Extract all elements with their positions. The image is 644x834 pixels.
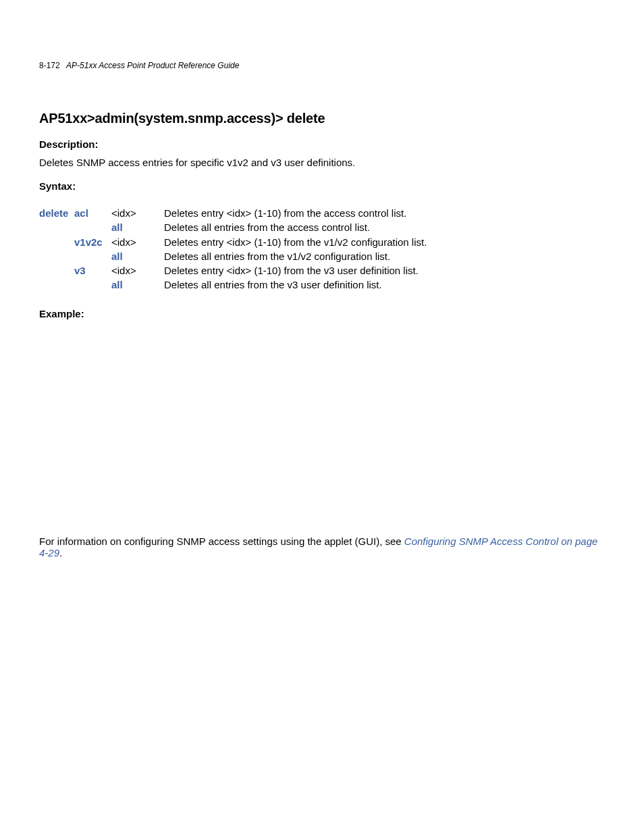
description-label: Description: (39, 138, 605, 150)
syntax-command: delete (39, 207, 68, 219)
syntax-label: Syntax: (39, 180, 605, 192)
crossref-prefix: For information on configuring SNMP acce… (39, 536, 404, 547)
cross-reference: For information on configuring SNMP acce… (39, 536, 605, 558)
syntax-description: Deletes entry <idx> (1-10) from the acce… (164, 207, 406, 219)
syntax-row: all Deletes all entries from the access … (39, 221, 427, 235)
syntax-argument: <idx> (111, 207, 136, 219)
syntax-block: delete acl <idx> Deletes entry <idx> (1-… (39, 207, 605, 293)
running-header: 8-172 AP-51xx Access Point Product Refer… (39, 61, 605, 70)
syntax-description: Deletes all entries from the v1/v2 confi… (164, 251, 390, 262)
syntax-row: all Deletes all entries from the v3 user… (39, 278, 427, 292)
syntax-subcommand: v1v2c (74, 236, 103, 248)
syntax-description: Deletes all entries from the access cont… (164, 221, 370, 233)
syntax-row: delete acl <idx> Deletes entry <idx> (1-… (39, 207, 427, 221)
syntax-subcommand: acl (74, 207, 88, 219)
syntax-description: Deletes all entries from the v3 user def… (164, 279, 382, 290)
syntax-argument: all (111, 221, 123, 233)
syntax-description: Deletes entry <idx> (1-10) from the v3 u… (164, 265, 419, 276)
page-number: 8-172 (39, 61, 60, 70)
crossref-suffix: . (59, 547, 62, 558)
description-text: Deletes SNMP access entries for specific… (39, 157, 605, 168)
document-page: 8-172 AP-51xx Access Point Product Refer… (0, 0, 644, 558)
syntax-description: Deletes entry <idx> (1-10) from the v1/v… (164, 236, 427, 248)
syntax-argument: all (111, 251, 123, 262)
syntax-table: delete acl <idx> Deletes entry <idx> (1-… (39, 207, 427, 293)
syntax-argument: <idx> (111, 236, 136, 248)
syntax-row: all Deletes all entries from the v1/v2 c… (39, 250, 427, 264)
command-heading: AP51xx>admin(system.snmp.access)> delete (39, 111, 605, 126)
syntax-row: v3 <idx> Deletes entry <idx> (1-10) from… (39, 264, 427, 278)
syntax-argument: <idx> (111, 265, 136, 276)
syntax-argument: all (111, 279, 123, 290)
example-label: Example: (39, 308, 605, 319)
syntax-row: v1v2c <idx> Deletes entry <idx> (1-10) f… (39, 236, 427, 250)
syntax-subcommand: v3 (74, 265, 86, 276)
document-title: AP-51xx Access Point Product Reference G… (66, 61, 239, 70)
